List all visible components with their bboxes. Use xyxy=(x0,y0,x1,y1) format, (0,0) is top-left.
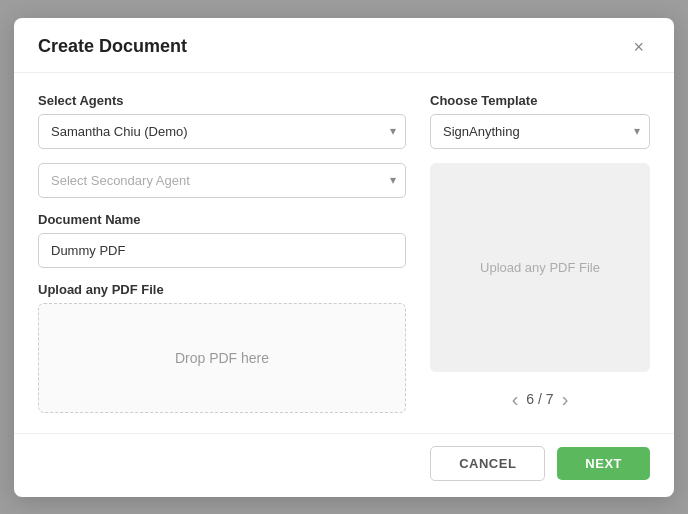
right-column: Choose Template SignAnything ▾ Upload an… xyxy=(430,93,650,413)
modal-overlay: Create Document × Select Agents Samantha… xyxy=(0,0,688,514)
document-name-label: Document Name xyxy=(38,212,406,227)
template-prev-button[interactable]: ‹ xyxy=(504,386,527,413)
page-separator: / xyxy=(534,391,546,407)
document-name-input[interactable] xyxy=(38,233,406,268)
cancel-button[interactable]: CANCEL xyxy=(430,446,545,481)
agents-label: Select Agents xyxy=(38,93,406,108)
agents-select-wrapper: Samantha Chiu (Demo) ▾ xyxy=(38,114,406,149)
modal-header: Create Document × xyxy=(14,18,674,73)
document-name-section: Document Name xyxy=(38,212,406,268)
modal-body: Select Agents Samantha Chiu (Demo) ▾ Sel… xyxy=(14,73,674,433)
upload-label: Upload any PDF File xyxy=(38,282,406,297)
secondary-agent-select-wrapper: Select Secondary Agent ▾ xyxy=(38,163,406,198)
select-agents-section: Select Agents Samantha Chiu (Demo) ▾ xyxy=(38,93,406,149)
modal-footer: CANCEL NEXT xyxy=(14,433,674,497)
page-current: 6 xyxy=(526,391,534,407)
close-button[interactable]: × xyxy=(627,36,650,58)
create-document-modal: Create Document × Select Agents Samantha… xyxy=(14,18,674,497)
template-preview: Upload any PDF File xyxy=(430,163,650,372)
left-column: Select Agents Samantha Chiu (Demo) ▾ Sel… xyxy=(38,93,406,413)
agents-select[interactable]: Samantha Chiu (Demo) xyxy=(38,114,406,149)
template-select-wrapper: SignAnything ▾ xyxy=(430,114,650,149)
template-next-button[interactable]: › xyxy=(554,386,577,413)
template-preview-text: Upload any PDF File xyxy=(480,260,600,275)
template-label: Choose Template xyxy=(430,93,650,108)
template-section: Choose Template SignAnything ▾ xyxy=(430,93,650,149)
template-select[interactable]: SignAnything xyxy=(430,114,650,149)
page-indicator: 6 / 7 xyxy=(526,391,553,407)
upload-drop-text: Drop PDF here xyxy=(175,350,269,366)
modal-title: Create Document xyxy=(38,36,187,57)
next-button[interactable]: NEXT xyxy=(557,447,650,480)
page-total: 7 xyxy=(546,391,554,407)
secondary-agent-select[interactable]: Select Secondary Agent xyxy=(38,163,406,198)
secondary-agent-section: Select Secondary Agent ▾ xyxy=(38,163,406,198)
template-nav: ‹ 6 / 7 › xyxy=(430,386,650,413)
upload-section: Upload any PDF File Drop PDF here xyxy=(38,282,406,413)
upload-drop-area[interactable]: Drop PDF here xyxy=(38,303,406,413)
